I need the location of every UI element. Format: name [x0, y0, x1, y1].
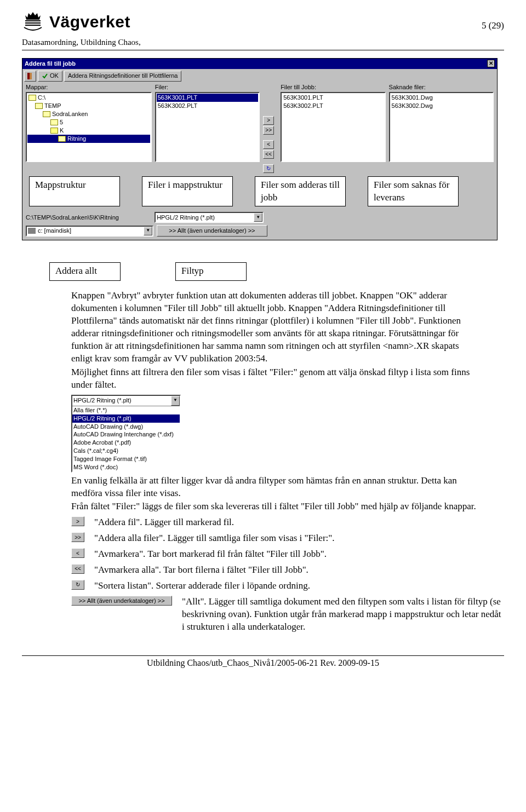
callout-filer-saknas: Filer som saknas för leverans — [368, 176, 459, 207]
tree-item-label: 5 — [60, 118, 63, 126]
paragraph-2b: Från fältet "Filer:" läggs de filer som … — [71, 500, 477, 513]
filter-selected: HPGL/2 Ritning (*.plt) — [73, 396, 132, 405]
toolbar: OK Addera Ritningsdefinitioner till Plot… — [22, 69, 497, 83]
button-description: "Allt". Lägger till samtliga dokument me… — [182, 596, 504, 634]
sort-button[interactable]: ↻ — [263, 164, 274, 173]
tree-item-label: K — [60, 126, 64, 135]
door-icon — [26, 72, 34, 80]
button-description: "Addera alla filer". Lägger till samtlig… — [94, 532, 504, 545]
callout-filtyp: Filtyp — [175, 262, 247, 281]
page-number: 5 (29) — [482, 20, 504, 32]
folder-icon — [35, 103, 43, 109]
paragraph-1: Knappen "Avbryt" avbryter funktion utan … — [71, 290, 477, 365]
button-icon: < — [71, 548, 84, 558]
folder-icon — [28, 95, 36, 101]
button-description-row: ↻"Sortera listan". Sorterar adderade fil… — [71, 580, 504, 592]
filter-option[interactable]: Cals (*.cal;*.cg4) — [72, 447, 180, 455]
folder-tree[interactable]: C:\TEMPSodraLanken5KRitning — [26, 92, 152, 162]
drive-value: c: [maindisk] — [38, 227, 71, 235]
tree-item-label: TEMP — [44, 102, 61, 110]
filter-option[interactable]: AutoCAD Drawing (*.dwg) — [72, 423, 180, 431]
transfer-buttons: > >> < << ↻ — [263, 83, 277, 173]
all-button[interactable]: >> Allt (även underkataloger) >> — [157, 225, 267, 237]
filer-label: Filer: — [155, 83, 260, 91]
button-icon: > — [71, 516, 84, 526]
filter-option[interactable]: HPGL/2 Ritning (*.plt) — [72, 414, 180, 423]
add-button[interactable]: > — [263, 116, 274, 125]
paragraph-1b: Möjlighet finns att filtrera den filer s… — [71, 366, 477, 391]
button-icon: ↻ — [71, 580, 84, 590]
tree-item-label: Ritning — [67, 135, 86, 143]
titlebar: Addera fil till jobb ✕ — [22, 59, 497, 69]
mappar-label: Mappar: — [26, 83, 152, 91]
header-rule — [22, 50, 504, 50]
filter-option[interactable]: MS Word (*.doc) — [72, 463, 180, 471]
filetype-combo[interactable]: HPGL/2 Ritning (*.plt) ▼ — [155, 212, 264, 223]
wordmark: Vägverket — [49, 11, 130, 33]
tree-item[interactable]: K — [27, 126, 150, 135]
cancel-button[interactable] — [24, 71, 36, 82]
folder-icon — [50, 128, 58, 134]
tree-item[interactable]: 5 — [27, 118, 150, 126]
filetype-value: HPGL/2 Ritning (*.plt) — [157, 214, 215, 222]
dialog-title: Addera fil till jobb — [25, 60, 76, 68]
crown-icon — [22, 11, 44, 33]
filter-dropdown[interactable]: HPGL/2 Ritning (*.plt) ▼ Alla filer (*.*… — [71, 395, 181, 473]
drive-icon — [28, 228, 36, 234]
addera-definitioner-button[interactable]: Addera Ritningsdefinitioner till Plottfi… — [64, 71, 182, 82]
tree-item[interactable]: TEMP — [27, 102, 150, 110]
filer-jobb-label: Filer till Jobb: — [281, 83, 385, 91]
close-icon[interactable]: ✕ — [487, 60, 495, 67]
chevron-down-icon: ▼ — [254, 213, 262, 222]
svg-rect-1 — [30, 73, 32, 79]
filter-option[interactable]: AutoCAD Drawing Interchange (*.dxf) — [72, 430, 180, 439]
remove-button[interactable]: < — [263, 140, 274, 149]
list-item[interactable]: 563K3002.PLT — [282, 102, 384, 110]
button-description: "Avmarkera alla". Tar bort filerna i fäl… — [94, 564, 504, 577]
list-item[interactable]: 563K3001.Dwg — [391, 94, 492, 102]
callout-addera-allt: Addera allt — [49, 262, 121, 281]
filter-option[interactable]: Adobe Acrobat (*.pdf) — [72, 439, 180, 447]
filer-list[interactable]: 563K3001.PLT563K3002.PLT — [155, 92, 260, 162]
callout-filer-adderas: Filer som adderas till jobb — [255, 176, 346, 207]
button-description: "Addera fil". Lägger till markerad fil. — [94, 516, 504, 529]
button-icon: << — [71, 564, 84, 574]
folder-icon — [43, 111, 50, 117]
button-description-row: >"Addera fil". Lägger till markerad fil. — [71, 516, 504, 529]
subhead: Datasamordning, Utbildning Chaos, — [22, 37, 504, 48]
list-item[interactable]: 563K3001.PLT — [157, 94, 258, 102]
list-item[interactable]: 563K3002.Dwg — [391, 102, 492, 110]
button-description-row: <"Avmarkera". Tar bort markerad fil från… — [71, 548, 504, 561]
button-description-row: >>"Addera alla filer". Lägger till samtl… — [71, 532, 504, 545]
folder-icon — [50, 119, 58, 125]
filter-option[interactable]: Alla filer (*.*) — [72, 406, 180, 414]
ok-button[interactable]: OK — [38, 71, 62, 82]
folder-icon — [58, 136, 66, 142]
tree-item[interactable]: Ritning — [27, 135, 150, 143]
tree-item[interactable]: SodraLanken — [27, 110, 150, 118]
filter-option[interactable]: Tagged Image Format (*.tif) — [72, 455, 180, 463]
tree-item[interactable]: C:\ — [27, 94, 150, 102]
callout-filer-i-mapp: Filer i mappstruktur — [142, 176, 233, 207]
button-description-row: >> Allt (även underkataloger) >>"Allt". … — [71, 596, 504, 634]
add-all-button[interactable]: >> — [263, 126, 274, 135]
logo: Vägverket — [22, 11, 130, 33]
drive-combo[interactable]: c: [maindisk] ▼ — [26, 226, 153, 237]
filer-jobb-list[interactable]: 563K3001.PLT563K3002.PLT — [281, 92, 385, 162]
footer: Utbildning Chaos/utb_Chaos_Nivå1/2005-06… — [22, 655, 504, 669]
tree-item-label: C:\ — [38, 94, 45, 102]
path-label: C:\TEMP\SodraLanken\5\K\Ritning — [26, 214, 151, 222]
button-description: "Sortera listan". Sorterar adderade file… — [94, 580, 504, 592]
button-description-row: <<"Avmarkera alla". Tar bort filerna i f… — [71, 564, 504, 577]
saknade-label: Saknade filer: — [389, 83, 494, 91]
tree-item-label: SodraLanken — [52, 110, 88, 118]
dialog-screenshot: Addera fil till jobb ✕ OK Addera Ritning… — [22, 58, 498, 241]
list-item[interactable]: 563K3002.PLT — [157, 102, 258, 110]
ok-label: OK — [50, 72, 59, 80]
saknade-list[interactable]: 563K3001.Dwg563K3002.Dwg — [389, 92, 494, 162]
button-description: "Avmarkera". Tar bort markerad fil från … — [94, 548, 504, 561]
remove-all-button[interactable]: << — [263, 150, 274, 159]
button-icon: >> — [71, 532, 84, 542]
list-item[interactable]: 563K3001.PLT — [282, 94, 384, 102]
callout-mappstruktur: Mappstruktur — [29, 176, 120, 207]
